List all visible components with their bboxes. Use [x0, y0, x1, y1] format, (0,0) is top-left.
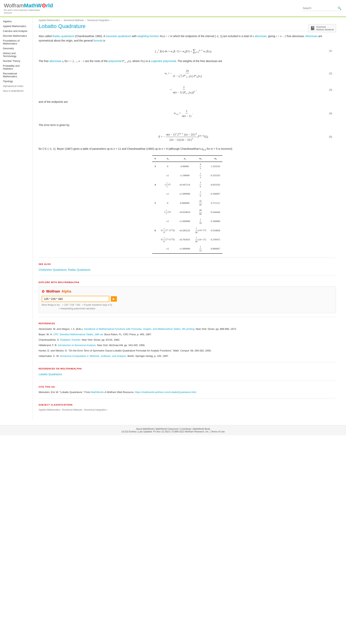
cell-xi-sym: ±1 [158, 189, 177, 198]
wa-logo-alpha: Alpha [62, 289, 71, 294]
sidebar-item-probability[interactable]: Probability and Statistics [0, 64, 33, 71]
link-chebyshev[interactable]: Chebyshev Quadrature [39, 268, 67, 271]
cell-xi-sym: ±1 [158, 171, 177, 180]
sidebar-item-recreational[interactable]: Recreational Mathematics [0, 71, 33, 79]
cell-xi-val: ±0.285232 [177, 226, 193, 235]
see-also-links: Chebyshev Quadrature, Radau Quadrature [39, 268, 336, 272]
math-xi: xi [62, 60, 64, 62]
link-polynomial[interactable]: polynomial [108, 60, 121, 62]
breadcrumb-sep-3: › [111, 19, 112, 22]
ref-5: Hunter, D. and Nikolov, G. "On the Error… [39, 348, 336, 353]
breadcrumb-applied[interactable]: Applied Mathematics [39, 19, 60, 22]
link-abscissas[interactable]: abscissas [255, 34, 267, 38]
subject-numerical-methods[interactable]: Numerical Methods [62, 408, 82, 411]
math-n: n [253, 35, 254, 38]
footer-contribute[interactable]: Contribute [180, 428, 191, 430]
frac-2: 2n (1 − xi2) P″n−1(xi) P′m(xi) [173, 68, 202, 79]
cite-url-link[interactable]: https://mathworld.wolfram.com/LobattoQua… [135, 391, 196, 394]
cell-xi-val: ±1.000000 [177, 189, 193, 198]
cell-n: 4 [152, 180, 158, 189]
subject-applied[interactable]: Applied Mathematics [39, 408, 60, 411]
wa-go-button[interactable]: ▶ [111, 296, 117, 302]
ref-2: Beyer, W. H. CRC Standard Mathematical T… [39, 332, 336, 336]
download-button[interactable]: 📓 DownloadWolfram Notebook [308, 24, 336, 32]
table-row: 6 √(121(7−2√7)) ±0.285232 130(14+√7) 0.5… [152, 226, 222, 235]
sidebar-item-alphabetical[interactable]: Alphabetical Index [0, 84, 33, 88]
cite-mathworld-link[interactable]: MathWorld [91, 391, 103, 394]
sidebar-item-calculus[interactable]: Calculus and Analysis [0, 28, 33, 34]
link-radau[interactable]: Radau quadrature [52, 34, 74, 38]
sidebar-item-history[interactable]: History and Terminology [0, 51, 33, 58]
footer-about[interactable]: About MathWorld [136, 428, 154, 430]
cell-wi-val: 0.100000 [208, 217, 222, 226]
subject-numerical-integration[interactable]: Numerical Integration [84, 408, 106, 411]
download-icon: 📓 [310, 26, 315, 30]
math-r: r = n − 2 [276, 35, 286, 38]
divider-1 [39, 258, 336, 258]
cell-wi-sym: 16 [193, 189, 209, 198]
search-input[interactable] [303, 6, 338, 10]
table-row: 3 0 0.00000 43 1.333333 [152, 162, 222, 171]
formula-3: = 2 n(n − 1) [Pn−1(xi)]2 , (3) [39, 83, 336, 96]
table-row: ±1 ±1.00000 13 0.333333 [152, 171, 222, 180]
sidebar: Algebra Applied Mathematics Calculus and… [0, 17, 33, 419]
cell-xi-val: ±1.000000 [177, 217, 193, 226]
ref-3-link[interactable]: Radiative Transfer. [60, 338, 81, 341]
link-abscissas-2[interactable]: Abscissas [305, 34, 318, 38]
ref-4-link[interactable]: Introduction to Numerical Analysis. [58, 344, 96, 347]
cell-xi-sym: ±1 [158, 217, 177, 226]
math-poly: P′n−1(x) [122, 60, 131, 62]
search-area[interactable]: 🔍 [302, 6, 342, 11]
formula-5: E = − n(n − 1)3 22n−1 {(n − 2)!}4 (2n − … [39, 130, 336, 144]
cell-xi-val: 0.000000 [177, 198, 193, 208]
cell-n: 6 [152, 226, 158, 235]
ref-2-link[interactable]: CRC Standard Mathematical Tables, 28th e… [53, 333, 104, 336]
formula-4-content: w1,n = 2 n(n − 1) . [42, 109, 324, 118]
sidebar-item-geometry[interactable]: Geometry [0, 46, 33, 51]
link-formula[interactable]: formula [93, 39, 102, 42]
cell-n: 5 [152, 198, 158, 208]
sidebar-item-applied-mathematics[interactable]: Applied Mathematics [0, 24, 33, 28]
sidebar-item-topology[interactable]: Topology [0, 79, 33, 84]
table-row: 5 0 0.000000 3245 0.711111 [152, 198, 222, 208]
cell-xi-val: ±0.765055 [177, 235, 193, 244]
wa-suggestion-2[interactable]: = Fourier transform exp(-x^2) [82, 304, 112, 306]
link-legendre[interactable]: Legendre polynomial [151, 60, 176, 62]
breadcrumb-numerical-integration[interactable]: Numerical Integration [87, 19, 109, 22]
link-abscissas-3[interactable]: abscissas [49, 60, 61, 62]
link-weighting[interactable]: weighting function [137, 34, 159, 38]
wa-query-input[interactable] [42, 296, 109, 302]
math-px: P(x) [141, 60, 145, 62]
cite-box: Weisstein, Eric W. "Lobatto Quadrature."… [39, 390, 336, 394]
referenced-lobatto-link[interactable]: Lobatto Quadrature [39, 373, 62, 376]
formula-3-content: = 2 n(n − 1) [Pn−1(xi)]2 , [42, 85, 324, 95]
footer-book[interactable]: MathWorld Book [193, 428, 210, 430]
subject-sep-3: › [107, 408, 108, 411]
wa-suggestion-1[interactable]: = 125 * 216 * 343 [62, 304, 80, 306]
text-endpoints: and of the endpoints are [39, 100, 336, 104]
table-row: ±17√21 ±0.654654 4990 0.544444 [152, 208, 222, 217]
sidebar-item-discrete[interactable]: Discrete Mathematics [0, 34, 33, 38]
sidebar-item-new[interactable]: New in MathWorld [0, 88, 33, 93]
frac-5: n(n − 1)3 22n−1 {(n − 2)!}4 (2n − 1){(2n… [166, 132, 197, 142]
link-radau-see-also[interactable]: Radau Quadrature [68, 268, 90, 271]
ref-1-link[interactable]: Handbook of Mathematical Functions with … [84, 328, 195, 330]
formula-4-math: w1,n = 2 n(n − 1) . [174, 112, 193, 114]
search-icon[interactable]: 🔍 [338, 6, 341, 10]
link-gaussian[interactable]: Gaussian quadrature [106, 34, 131, 38]
formula-1-content: ∫−11 f(x) dx = w1f(−1) + wnf(1) + ∑i=2n−… [42, 47, 324, 54]
cell-wi-val: 0.166667 [208, 189, 222, 198]
ref-6-link[interactable]: Numerical Computation 2: Methods, Softwa… [60, 354, 127, 358]
cell-wi-val: 0.333333 [208, 171, 222, 180]
math-w: W(x) = 1 [160, 35, 170, 38]
main-content: Applied Mathematics › Numerical Methods … [33, 17, 342, 419]
sidebar-item-algebra[interactable]: Algebra [0, 19, 33, 24]
footer-classroom[interactable]: MathWorld Classroom [156, 428, 178, 430]
cell-xi-val: ±1.00000 [177, 171, 193, 180]
sidebar-item-foundations[interactable]: Foundations of Mathematics [0, 38, 33, 46]
sidebar-item-number-theory[interactable]: Number Theory [0, 58, 33, 64]
breadcrumb-numerical-methods[interactable]: Numerical Methods [64, 19, 84, 22]
wa-suggestion-3[interactable]: = interpolating polynomial calculator [58, 307, 95, 310]
cell-xi-sym: ±17√21 [158, 208, 177, 217]
cell-wi-val: 0.544444 [208, 208, 222, 217]
